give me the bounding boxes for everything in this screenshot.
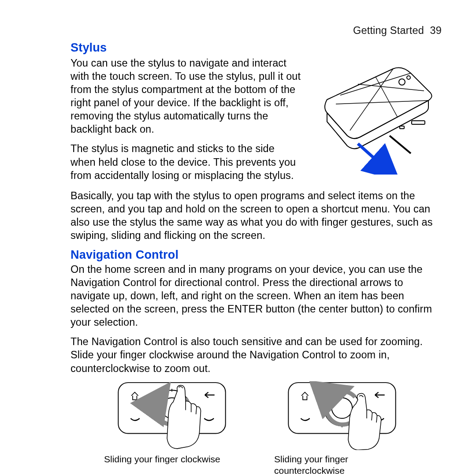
nav-figures: Sliding your finger clockwise (101, 381, 442, 476)
svg-point-6 (407, 76, 410, 79)
svg-rect-7 (412, 121, 425, 124)
nav-figure-clockwise: Sliding your finger clockwise (101, 381, 260, 476)
nav-caption-clockwise: Sliding your finger clockwise (104, 454, 260, 465)
svg-point-5 (399, 79, 405, 85)
svg-line-10 (358, 144, 387, 169)
stylus-text: You can use the stylus to navigate and i… (71, 56, 301, 188)
page-header: Getting Started 39 (71, 25, 442, 37)
stylus-p2: The stylus is magnetic and sticks to the… (71, 142, 301, 182)
header-section: Getting Started (353, 25, 424, 36)
nav-caption-counterclockwise: Sliding your finger counterclockwise (274, 454, 371, 476)
header-page-number: 39 (430, 25, 442, 36)
nav-figure-counterclockwise: Sliding your finger counterclockwise (271, 381, 430, 476)
device-stylus-illustration (309, 60, 442, 175)
stylus-p1: You can use the stylus to navigate and i… (71, 56, 301, 136)
section-title-stylus: Stylus (71, 41, 442, 55)
section-title-navcontrol: Navigation Control (71, 248, 442, 262)
manual-page: Getting Started 39 Stylus You can use th… (0, 0, 476, 476)
stylus-p3: Basically, you tap with the stylus to op… (71, 189, 442, 242)
svg-line-9 (390, 136, 411, 153)
nav-p1: On the home screen and in many programs … (71, 263, 442, 329)
stylus-row: You can use the stylus to navigate and i… (71, 56, 442, 188)
svg-rect-8 (400, 126, 404, 129)
nav-p2: The Navigation Control is also touch sen… (71, 335, 442, 375)
